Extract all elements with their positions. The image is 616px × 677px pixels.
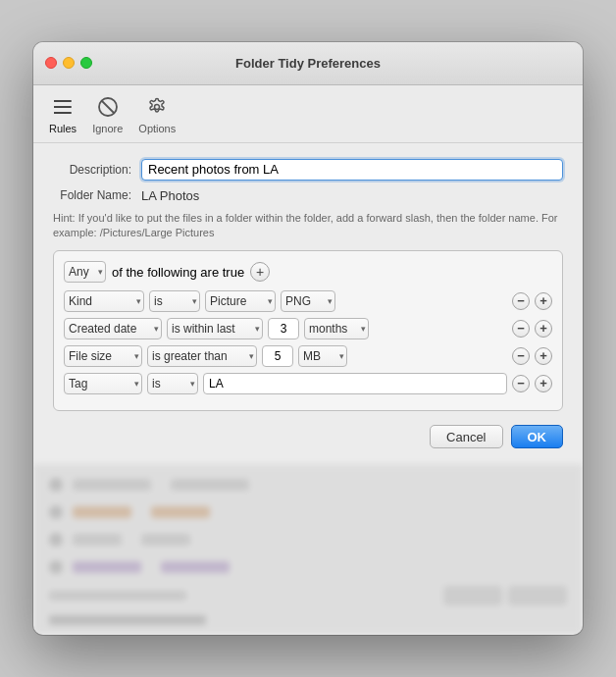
size-number-input[interactable] bbox=[262, 345, 293, 367]
conditions-box: Any All of the following are true + Kind… bbox=[53, 250, 563, 411]
date-field-wrapper: Created date Modified date Kind File siz… bbox=[64, 318, 162, 339]
titlebar: Folder Tidy Preferences bbox=[33, 42, 583, 85]
condition-row-date: Created date Modified date Kind File siz… bbox=[64, 318, 552, 339]
kind-value-wrapper: Picture Movie Document Audio bbox=[205, 290, 276, 312]
any-select-wrapper: Any All bbox=[64, 261, 106, 283]
add-date-button[interactable]: + bbox=[535, 320, 552, 338]
add-kind-button[interactable]: + bbox=[535, 292, 552, 310]
any-row: Any All of the following are true + bbox=[64, 261, 552, 283]
size-operator-select[interactable]: is greater than is less than is equal to bbox=[147, 345, 257, 367]
toolbar-options[interactable]: Options bbox=[138, 93, 176, 134]
kind-operator-select[interactable]: is is not bbox=[149, 290, 200, 312]
remove-tag-button[interactable]: − bbox=[512, 375, 530, 392]
condition-row-tag: Tag Kind Name File size Created date is … bbox=[64, 373, 552, 394]
ignore-label: Ignore bbox=[92, 123, 123, 134]
tag-field-select[interactable]: Tag Kind Name File size Created date bbox=[64, 373, 142, 394]
traffic-lights bbox=[45, 57, 92, 69]
description-label: Description: bbox=[53, 163, 141, 177]
button-row: Cancel OK bbox=[53, 425, 563, 448]
rules-label: Rules bbox=[49, 123, 77, 134]
add-tag-button[interactable]: + bbox=[535, 375, 552, 392]
maximize-button[interactable] bbox=[80, 57, 92, 69]
svg-line-7 bbox=[101, 100, 114, 113]
tag-field-wrapper: Tag Kind Name File size Created date bbox=[64, 373, 142, 394]
date-operator-select[interactable]: is within last is not within last is bef… bbox=[167, 318, 263, 339]
mb-select[interactable]: KB MB GB bbox=[298, 345, 347, 367]
kind-operator-wrapper: is is not bbox=[149, 290, 200, 312]
blurred-section bbox=[33, 464, 583, 635]
svg-rect-4 bbox=[54, 106, 56, 108]
remove-date-button[interactable]: − bbox=[512, 320, 530, 338]
cancel-button[interactable]: Cancel bbox=[430, 425, 502, 448]
png-wrapper: PNG JPG GIF TIFF bbox=[281, 290, 335, 312]
svg-rect-0 bbox=[54, 100, 72, 102]
conjunction-text: of the following are true bbox=[112, 265, 244, 280]
tag-operator-select[interactable]: is is not bbox=[147, 373, 198, 394]
window-title: Folder Tidy Preferences bbox=[235, 56, 381, 71]
close-button[interactable] bbox=[45, 57, 57, 69]
remove-kind-button[interactable]: − bbox=[512, 292, 530, 310]
tag-value-input[interactable] bbox=[203, 373, 507, 394]
hint-text: Hint: If you'd like to put the files in … bbox=[53, 211, 563, 241]
folder-name-row: Folder Name: LA Photos bbox=[53, 188, 563, 203]
remove-size-button[interactable]: − bbox=[512, 347, 530, 365]
options-label: Options bbox=[138, 123, 176, 134]
toolbar-rules[interactable]: Rules bbox=[49, 93, 77, 134]
description-row: Description: bbox=[53, 159, 563, 181]
kind-field-wrapper: Kind Extension Name File size Created da… bbox=[64, 290, 144, 312]
svg-rect-3 bbox=[54, 100, 56, 102]
folder-name-label: Folder Name: bbox=[53, 188, 141, 202]
size-field-wrapper: File size Kind Name Created date Tag bbox=[64, 345, 142, 367]
svg-point-8 bbox=[155, 104, 160, 109]
svg-rect-2 bbox=[54, 112, 72, 114]
svg-rect-5 bbox=[54, 112, 56, 114]
minimize-button[interactable] bbox=[63, 57, 75, 69]
window: Folder Tidy Preferences Rules bbox=[33, 42, 583, 636]
any-select[interactable]: Any All bbox=[64, 261, 106, 283]
mb-wrapper: KB MB GB bbox=[298, 345, 347, 367]
tag-operator-wrapper: is is not bbox=[147, 373, 198, 394]
kind-field-select[interactable]: Kind Extension Name File size Created da… bbox=[64, 290, 144, 312]
months-select[interactable]: days weeks months years bbox=[304, 318, 369, 339]
add-size-button[interactable]: + bbox=[535, 347, 552, 365]
png-select[interactable]: PNG JPG GIF TIFF bbox=[281, 290, 335, 312]
rules-icon bbox=[49, 93, 77, 121]
condition-row-kind: Kind Extension Name File size Created da… bbox=[64, 290, 552, 312]
date-field-select[interactable]: Created date Modified date Kind File siz… bbox=[64, 318, 162, 339]
toolbar: Rules Ignore Options bbox=[33, 85, 583, 143]
ok-button[interactable]: OK bbox=[511, 425, 564, 448]
months-wrapper: days weeks months years bbox=[304, 318, 369, 339]
date-number-input[interactable] bbox=[268, 318, 299, 339]
kind-value-select[interactable]: Picture Movie Document Audio bbox=[205, 290, 276, 312]
date-operator-wrapper: is within last is not within last is bef… bbox=[167, 318, 263, 339]
options-icon bbox=[143, 93, 171, 121]
description-input[interactable] bbox=[141, 159, 563, 181]
size-operator-wrapper: is greater than is less than is equal to bbox=[147, 345, 257, 367]
ignore-icon bbox=[94, 93, 122, 121]
svg-rect-1 bbox=[54, 106, 72, 108]
condition-row-size: File size Kind Name Created date Tag is … bbox=[64, 345, 552, 367]
add-condition-button[interactable]: + bbox=[250, 262, 270, 282]
toolbar-ignore[interactable]: Ignore bbox=[92, 93, 123, 134]
size-field-select[interactable]: File size Kind Name Created date Tag bbox=[64, 345, 142, 367]
main-content: Description: Folder Name: LA Photos Hint… bbox=[33, 143, 583, 465]
folder-name-value: LA Photos bbox=[141, 188, 563, 203]
